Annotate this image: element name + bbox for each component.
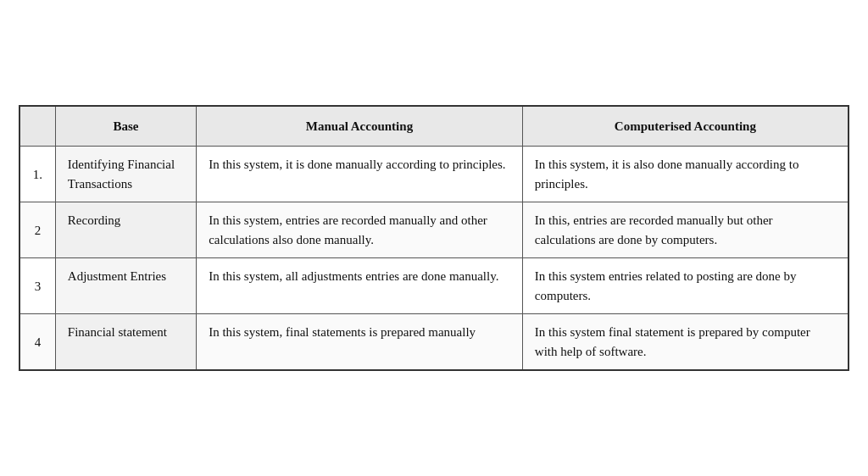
row-number: 3 [19,258,55,314]
table-row: 3Adjustment EntriesIn this system, all a… [19,258,849,314]
row-number: 4 [19,314,55,371]
row-base: Financial statement [55,314,196,371]
row-base: Identifying Financial Transactions [55,147,196,202]
row-number: 1. [19,147,55,202]
row-manual: In this system, final statements is prep… [197,314,523,371]
comparison-table-wrapper: Base Manual Accounting Computerised Acco… [19,105,849,372]
row-computer: In this system entries related to postin… [522,258,849,314]
header-computer: Computerised Accounting [522,106,849,147]
table-header-row: Base Manual Accounting Computerised Acco… [19,106,849,147]
row-manual: In this system, all adjustments entries … [197,258,523,314]
row-computer: In this system final statement is prepar… [522,314,849,371]
table-row: 1.Identifying Financial TransactionsIn t… [19,147,849,202]
row-computer: In this system, it is also done manually… [522,147,849,202]
accounting-comparison-table: Base Manual Accounting Computerised Acco… [19,105,849,372]
header-manual: Manual Accounting [197,106,523,147]
row-computer: In this, entries are recorded manually b… [522,202,849,258]
header-num [19,106,55,147]
table-row: 4Financial statementIn this system, fina… [19,314,849,371]
row-number: 2 [19,202,55,258]
row-manual: In this system, it is done manually acco… [197,147,523,202]
row-manual: In this system, entries are recorded man… [197,202,523,258]
table-row: 2RecordingIn this system, entries are re… [19,202,849,258]
row-base: Recording [55,202,196,258]
row-base: Adjustment Entries [55,258,196,314]
header-base: Base [55,106,196,147]
